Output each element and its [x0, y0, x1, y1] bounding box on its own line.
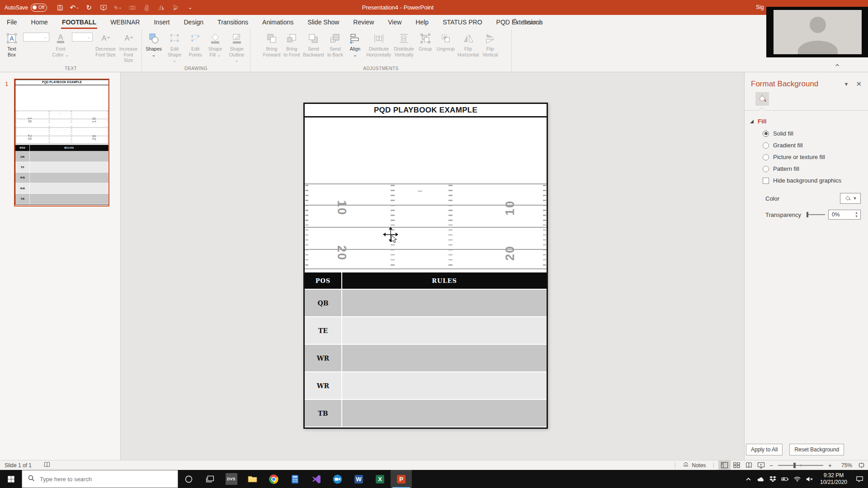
taskbar-search-box[interactable]: [22, 470, 178, 488]
fill-option-pattern-fill[interactable]: Pattern fill: [763, 165, 868, 172]
playbook-rules-table[interactable]: POS RULES QBTEWRWRTB: [15, 145, 108, 204]
shapes-button[interactable]: Shapes⌄: [144, 30, 164, 58]
spell-check-icon[interactable]: [43, 461, 51, 469]
dropbox-icon[interactable]: [767, 470, 779, 488]
playbook-rules-table[interactable]: POS RULES QBTEWRWRTB: [305, 272, 547, 427]
increase-font-size-button[interactable]: AIncreaseFont Size: [117, 30, 140, 64]
bring-forward-button[interactable]: BringForward: [262, 30, 282, 58]
rules-cell[interactable]: [30, 151, 108, 162]
fill-option-gradient-fill[interactable]: Gradient fill: [763, 142, 868, 149]
ribbon-tab-status-pro[interactable]: STATUS PRO: [442, 16, 483, 29]
radio-gradient-fill[interactable]: [763, 142, 769, 149]
hide-background-graphics-checkbox[interactable]: [763, 178, 769, 184]
slide-sorter-view-button[interactable]: [731, 460, 743, 470]
zoom-out-button[interactable]: −: [767, 462, 775, 469]
rules-cell[interactable]: [342, 400, 547, 427]
fill-bucket-icon[interactable]: [755, 92, 769, 106]
taskbar-search-input[interactable]: [39, 475, 154, 483]
zoom-slider[interactable]: [778, 465, 823, 466]
start-from-beginning-icon[interactable]: [99, 4, 107, 11]
taskbar-app-excel[interactable]: X: [369, 470, 391, 488]
clock[interactable]: 9:32 PM 10/21/2020: [818, 472, 849, 486]
fit-slide-to-window-button[interactable]: [855, 462, 867, 469]
taskbar-app-calculator[interactable]: [284, 470, 306, 488]
flip-horizontal-icon[interactable]: [157, 4, 165, 11]
zoom-slider-thumb[interactable]: [793, 463, 796, 468]
notes-button[interactable]: Notes: [680, 462, 708, 469]
rules-cell[interactable]: [30, 162, 108, 173]
font-combo-box[interactable]: ⌄: [72, 33, 93, 42]
ribbon-tab-design[interactable]: Design: [183, 16, 205, 29]
cortana-button[interactable]: [178, 470, 199, 488]
send-backward-button[interactable]: SendBackward: [302, 30, 325, 58]
task-view-button[interactable]: [199, 470, 221, 488]
merge-shapes-icon[interactable]: [128, 4, 136, 11]
customize-quick-access-toolbar-icon[interactable]: ⌄: [186, 4, 194, 11]
transparency-value-field[interactable]: 0% ▲▼: [828, 210, 861, 220]
fill-option-solid-fill[interactable]: Solid fill: [763, 130, 868, 137]
rules-cell[interactable]: [30, 183, 108, 193]
distribute-horizontally-button[interactable]: DistributeHorizontally: [365, 30, 392, 58]
rules-cell[interactable]: [342, 372, 547, 399]
transparency-spinner[interactable]: ▲▼: [854, 211, 859, 218]
ribbon-tab-webinar[interactable]: WEBINAR: [109, 16, 141, 29]
ribbon-tab-transitions[interactable]: Transitions: [217, 16, 249, 29]
rules-cell[interactable]: [342, 345, 547, 371]
ribbon-search[interactable]: Search: [512, 18, 542, 26]
fill-section-header[interactable]: Fill: [750, 118, 868, 125]
wifi-icon[interactable]: [791, 470, 803, 488]
distribute-vertically-button[interactable]: DistributeVertically: [392, 30, 415, 58]
decrease-font-size-button[interactable]: ADecreaseFont Size: [94, 30, 117, 58]
fill-option-picture-or-texture-fill[interactable]: Picture or texture fill: [763, 154, 868, 160]
slide-title[interactable]: PQD PLAYBOOK EXAMPLE: [15, 80, 108, 85]
transparency-slider-thumb[interactable]: [807, 212, 808, 217]
zoom-level[interactable]: 75%: [836, 462, 852, 469]
battery-icon[interactable]: [779, 470, 791, 488]
align-button[interactable]: Align⌄: [345, 30, 365, 58]
group-button[interactable]: Group: [415, 30, 435, 53]
rules-cell[interactable]: [30, 194, 108, 204]
shape-fill-button[interactable]: ShapeFill ⌄: [205, 30, 225, 58]
rules-cell[interactable]: [342, 290, 547, 316]
ribbon-tab-insert[interactable]: Insert: [153, 16, 170, 29]
slide[interactable]: PQD PLAYBOOK EXAMPLE 10102020 POS RULES …: [15, 80, 109, 205]
rules-cell[interactable]: [342, 317, 547, 344]
shapes-icon[interactable]: ⌄: [114, 4, 122, 11]
start-button[interactable]: [0, 470, 22, 488]
color-picker-button[interactable]: ▼: [840, 193, 861, 204]
undo-icon[interactable]: ↶⌄: [71, 4, 78, 11]
slide-thumbnail[interactable]: PQD PLAYBOOK EXAMPLE 10102020 POS RULES …: [14, 79, 109, 206]
ribbon-tab-animations[interactable]: Animations: [261, 16, 294, 29]
rules-cell[interactable]: [30, 173, 108, 183]
slide-title[interactable]: PQD PLAYBOOK EXAMPLE: [305, 104, 547, 117]
send-to-back-button[interactable]: Sendto Back: [325, 30, 345, 58]
zoom-in-button[interactable]: +: [826, 462, 834, 469]
taskbar-app-file-explorer[interactable]: [242, 470, 263, 488]
flip-horizontal-button[interactable]: FlipHorizontal: [456, 30, 480, 58]
collapse-ribbon-button[interactable]: [835, 61, 840, 70]
flip-vertical-icon[interactable]: [172, 4, 179, 11]
slideshow-view-button[interactable]: [755, 460, 767, 470]
onedrive-icon[interactable]: [755, 470, 767, 488]
text-box-button[interactable]: ATextBox: [2, 30, 22, 58]
taskbar-app-camera-app[interactable]: [327, 470, 348, 488]
redo-icon[interactable]: ↻: [85, 4, 93, 11]
slide[interactable]: PQD PLAYBOOK EXAMPLE 10102020 POS RULES …: [303, 103, 548, 429]
font-color-button[interactable]: AFontColor ⌄: [51, 30, 71, 58]
taskbar-app-visual-studio[interactable]: [306, 470, 327, 488]
autosave-toggle[interactable]: AutoSave Off: [5, 4, 47, 12]
ribbon-tab-file[interactable]: File: [6, 16, 18, 29]
ribbon-tab-review[interactable]: Review: [352, 16, 375, 29]
autosave-pill[interactable]: Off: [31, 4, 47, 12]
normal-view-button[interactable]: [718, 460, 731, 470]
ribbon-tab-home[interactable]: Home: [30, 16, 49, 29]
taskbar-app-dvs[interactable]: DVS: [221, 470, 242, 488]
ungroup-button[interactable]: Ungroup: [435, 30, 456, 53]
close-pane-button[interactable]: ✕: [856, 80, 862, 88]
apply-to-all-button[interactable]: Apply to All: [746, 444, 783, 455]
taskbar-app-chrome[interactable]: [263, 470, 284, 488]
ribbon-tab-help[interactable]: Help: [415, 16, 429, 29]
radio-pattern-fill[interactable]: [763, 166, 769, 172]
action-center-button[interactable]: [852, 470, 867, 488]
radio-picture-or-texture-fill[interactable]: [763, 154, 769, 160]
